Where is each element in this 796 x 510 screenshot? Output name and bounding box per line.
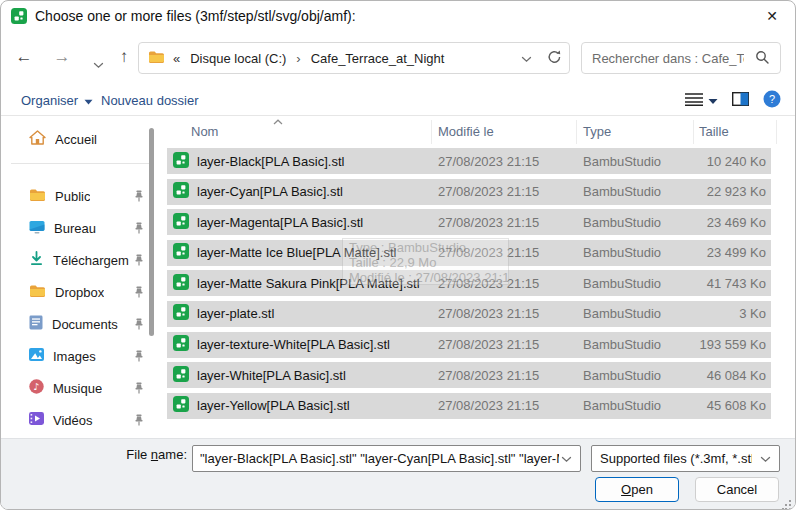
- preview-pane-button[interactable]: [732, 92, 749, 109]
- breadcrumb-collapse[interactable]: «: [173, 51, 180, 66]
- file-row[interactable]: layer-Black[PLA Basic].stl 27/08/2023 21…: [167, 148, 771, 174]
- forward-arrow-icon: →: [54, 47, 71, 66]
- column-header-size[interactable]: Taille: [693, 116, 771, 147]
- file-name: layer-plate.stl: [197, 306, 274, 321]
- home-icon: [29, 130, 46, 148]
- sidebar-item-public[interactable]: Public: [1, 180, 161, 212]
- file-open-dialog: Choose one or more files (3mf/step/stl/s…: [0, 0, 796, 510]
- column-divider[interactable]: [576, 120, 577, 144]
- close-button[interactable]: ✕: [749, 1, 795, 31]
- column-header-type-label: Type: [583, 124, 611, 139]
- resize-grip[interactable]: [782, 498, 792, 508]
- column-divider[interactable]: [431, 120, 432, 144]
- file-type-value: Supported files (*.3mf, *.stl, *.st: [592, 451, 752, 466]
- file-row[interactable]: layer-Magenta[PLA Basic].stl 27/08/2023 …: [167, 209, 771, 235]
- sidebar-item-dropbox[interactable]: Dropbox: [1, 276, 161, 308]
- help-icon: ?: [763, 90, 781, 111]
- command-toolbar: Organiser Nouveau dossier ?: [1, 85, 795, 115]
- file-name-input[interactable]: [193, 446, 561, 471]
- refresh-button[interactable]: [539, 45, 569, 71]
- pin-icon[interactable]: [133, 350, 145, 365]
- sidebar-item-musique[interactable]: ♪ Musique: [1, 372, 161, 404]
- file-modified: 27/08/2023 21:15: [431, 368, 576, 383]
- pin-icon[interactable]: [133, 414, 145, 429]
- column-header-name-label: Nom: [191, 124, 218, 139]
- stl-file-icon: [173, 396, 189, 415]
- address-bar[interactable]: « Disque local (C:) › Cafe_Terrace_at_Ni…: [138, 42, 570, 74]
- column-header-name[interactable]: Nom: [167, 116, 431, 147]
- open-button[interactable]: Open: [595, 477, 679, 502]
- chevron-down-icon: [760, 451, 771, 466]
- view-mode-button[interactable]: [685, 92, 718, 109]
- download-icon: [29, 251, 44, 269]
- breadcrumb-drive[interactable]: Disque local (C:): [190, 51, 286, 66]
- file-name: layer-White[PLA Basic].stl: [197, 368, 346, 383]
- file-size: 23 469 Ko: [693, 215, 771, 230]
- pin-icon[interactable]: [133, 190, 145, 205]
- file-type: BambuStudio: [576, 276, 693, 291]
- search-box[interactable]: Rechercher dans : Cafe_Terr...: [581, 42, 781, 74]
- file-row[interactable]: layer-Matte Ice Blue[PLA Matte].stl 27/0…: [167, 240, 771, 266]
- column-header-type[interactable]: Type: [576, 116, 693, 147]
- dialog-title: Choose one or more files (3mf/step/stl/s…: [35, 8, 356, 24]
- svg-text:♪: ♪: [33, 381, 39, 392]
- preview-pane-icon: [732, 92, 749, 109]
- file-row[interactable]: layer-Yellow[PLA Basic].stl 27/08/2023 2…: [167, 393, 771, 419]
- breadcrumb-folder[interactable]: Cafe_Terrace_at_Night: [311, 51, 445, 66]
- search-button[interactable]: [750, 46, 774, 70]
- file-rows: layer-Black[PLA Basic].stl 27/08/2023 21…: [167, 148, 771, 419]
- file-type: BambuStudio: [576, 398, 693, 413]
- pin-icon[interactable]: [133, 286, 145, 301]
- column-divider[interactable]: [776, 120, 777, 144]
- file-name: layer-Cyan[PLA Basic].stl: [197, 184, 343, 199]
- column-header-size-label: Taille: [699, 124, 729, 139]
- folder-icon: [148, 50, 165, 67]
- search-input[interactable]: Rechercher dans : Cafe_Terr...: [592, 51, 744, 66]
- new-folder-button[interactable]: Nouveau dossier: [101, 85, 199, 115]
- sidebar-item-label: Musique: [53, 381, 102, 396]
- back-button[interactable]: ←: [9, 42, 39, 72]
- pin-icon[interactable]: [133, 222, 145, 237]
- pin-icon[interactable]: [133, 318, 145, 333]
- refresh-icon: [547, 49, 562, 67]
- sidebar-item-documents[interactable]: Documents: [1, 308, 161, 340]
- list-header: Nom Modifié le Type Taille: [167, 116, 795, 147]
- file-row[interactable]: layer-Cyan[PLA Basic].stl 27/08/2023 21:…: [167, 179, 771, 205]
- column-divider[interactable]: [693, 120, 694, 144]
- file-size: 41 743 Ko: [693, 276, 771, 291]
- organize-button[interactable]: Organiser: [21, 85, 93, 115]
- sidebar-item-t-l-chargem[interactable]: Téléchargem: [1, 244, 161, 276]
- sidebar-item-label: Bureau: [54, 221, 96, 236]
- address-dropdown-button[interactable]: [513, 45, 539, 71]
- file-type-select[interactable]: Supported files (*.3mf, *.stl, *.st: [591, 445, 780, 472]
- file-name: layer-Matte Sakura Pink[PLA Matte].stl: [197, 276, 420, 291]
- file-row[interactable]: layer-White[PLA Basic].stl 27/08/2023 21…: [167, 362, 771, 388]
- file-name: layer-Yellow[PLA Basic].stl: [197, 398, 350, 413]
- file-row[interactable]: layer-texture-White[PLA Basic].stl 27/08…: [167, 332, 771, 358]
- sidebar-item-label: Dropbox: [55, 285, 104, 300]
- cancel-button[interactable]: Cancel: [695, 477, 779, 502]
- new-folder-label: Nouveau dossier: [101, 93, 199, 108]
- sidebar-scrollbar[interactable]: [149, 128, 154, 336]
- forward-button[interactable]: →: [47, 42, 77, 72]
- file-row[interactable]: layer-plate.stl 27/08/2023 21:15 BambuSt…: [167, 301, 771, 327]
- help-button[interactable]: ?: [763, 90, 781, 111]
- pin-icon[interactable]: [133, 254, 145, 269]
- stl-file-icon: [173, 304, 189, 323]
- video-icon: [29, 412, 44, 428]
- sort-ascending-icon: [273, 113, 283, 128]
- file-name-combo[interactable]: [192, 445, 581, 472]
- stl-file-icon: [173, 366, 189, 385]
- file-size: 45 608 Ko: [693, 398, 771, 413]
- file-row[interactable]: layer-Matte Sakura Pink[PLA Matte].stl 2…: [167, 270, 771, 296]
- caret-down-icon: [84, 93, 93, 108]
- up-button[interactable]: ↑: [109, 42, 139, 72]
- sidebar-item-images[interactable]: Images: [1, 340, 161, 372]
- sidebar-item-bureau[interactable]: Bureau: [1, 212, 161, 244]
- sidebar-separator: [11, 163, 151, 164]
- pin-icon[interactable]: [133, 382, 145, 397]
- sidebar-item-vid-os[interactable]: Vidéos: [1, 404, 161, 436]
- sidebar-item-accueil[interactable]: Accueil: [1, 123, 161, 155]
- column-header-modified[interactable]: Modifié le: [431, 116, 576, 147]
- svg-text:?: ?: [769, 93, 775, 105]
